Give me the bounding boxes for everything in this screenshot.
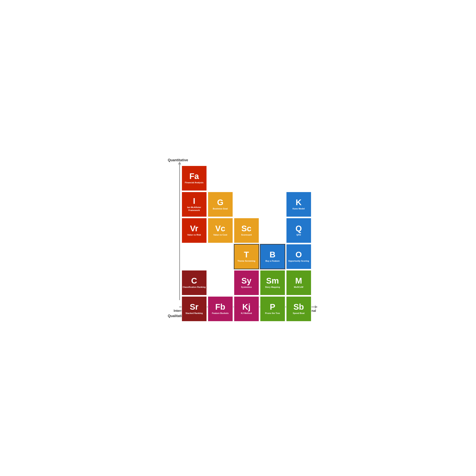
cell-abbr-b: B <box>270 251 275 259</box>
cell-name-o: Opportunity Scoring <box>288 259 310 262</box>
cell-abbr-sm: Sm <box>266 277 279 285</box>
cell-m[interactable]: MMoSCoW <box>286 270 311 295</box>
cell-q[interactable]: QQFD <box>286 218 311 243</box>
cell-abbr-g: G <box>217 198 223 206</box>
cell-fb[interactable]: FbFeature Buckets <box>208 296 233 322</box>
cell-g[interactable]: GBusiness Goal <box>208 192 233 217</box>
cell-name-sr: Stacked Ranking <box>185 312 204 315</box>
cell-p[interactable]: PPrune the Tree <box>260 296 285 322</box>
cell-name-g: Business Goal <box>212 207 228 210</box>
cell-k[interactable]: KKano Model <box>286 192 311 217</box>
cell-kj[interactable]: KjKJ Method <box>234 296 259 322</box>
cell-name-sy: Systemico <box>240 286 253 289</box>
cell-name-sm: Story Mapping <box>264 286 281 289</box>
cell-abbr-i: I <box>193 197 195 205</box>
cell-name-k: Kano Model <box>292 207 305 210</box>
cell-name-sb: Speed Boat <box>292 312 305 315</box>
cell-sm[interactable]: SmStory Mapping <box>260 270 285 295</box>
cell-abbr-fb: Fb <box>215 303 225 311</box>
cell-abbr-vr: Vr <box>190 224 198 233</box>
chart-container: Quantitative Qualitative Internal Extern… <box>158 158 318 318</box>
cell-sr[interactable]: SrStacked Ranking <box>182 296 207 322</box>
cell-o[interactable]: OOpportunity Scoring <box>286 244 311 269</box>
cell-b[interactable]: BBuy a Feature <box>260 244 285 269</box>
cell-c[interactable]: CClassification Ranking <box>182 270 207 295</box>
cell-name-c: Classification Ranking <box>182 286 206 289</box>
cell-name-fb: Feature Buckets <box>211 312 230 315</box>
cell-abbr-k: K <box>296 198 302 206</box>
cell-name-fa: Financial Analysis <box>184 181 204 184</box>
cell-name-sc: Scorecard <box>240 233 253 236</box>
cell-name-p: Prune the Tree <box>264 312 281 315</box>
cell-vc[interactable]: VcValue vs Cost <box>208 218 233 243</box>
cell-name-vr: Value vs Risk <box>187 233 202 236</box>
cell-abbr-q: Q <box>295 224 302 233</box>
cell-abbr-sc: Sc <box>241 224 251 233</box>
vertical-axis <box>179 164 180 300</box>
cell-t[interactable]: TTheme Screening <box>234 244 259 269</box>
cell-abbr-m: M <box>295 277 302 285</box>
cell-abbr-sb: Sb <box>293 303 304 311</box>
cell-abbr-sy: Sy <box>241 277 251 285</box>
cell-name-vc: Value vs Cost <box>213 233 228 236</box>
cell-name-i: Ian McAllister Framework <box>182 206 206 212</box>
cell-sb[interactable]: SbSpeed Boat <box>286 296 311 322</box>
cell-abbr-sr: Sr <box>190 303 198 311</box>
cell-fa[interactable]: FaFinancial Analysis <box>182 166 207 191</box>
cell-vr[interactable]: VrValue vs Risk <box>182 218 207 243</box>
cell-name-m: MoSCoW <box>293 286 304 289</box>
cell-name-kj: KJ Method <box>240 312 253 315</box>
cell-abbr-c: C <box>191 277 197 285</box>
grid: FaFinancial AnalysisIIan McAllister Fram… <box>182 166 314 300</box>
cell-name-b: Buy a Feature <box>265 259 280 262</box>
cell-name-q: QFD <box>296 233 302 236</box>
cell-i[interactable]: IIan McAllister Framework <box>182 192 207 217</box>
cell-abbr-p: P <box>270 303 275 311</box>
cell-sy[interactable]: SySystemico <box>234 270 259 295</box>
cell-abbr-vc: Vc <box>215 224 225 233</box>
cell-abbr-o: O <box>295 251 302 259</box>
cell-abbr-t: T <box>244 251 249 259</box>
cell-sc[interactable]: ScScorecard <box>234 218 259 243</box>
cell-abbr-kj: Kj <box>242 303 251 311</box>
cell-abbr-fa: Fa <box>189 172 199 180</box>
cell-name-t: Theme Screening <box>237 259 256 262</box>
